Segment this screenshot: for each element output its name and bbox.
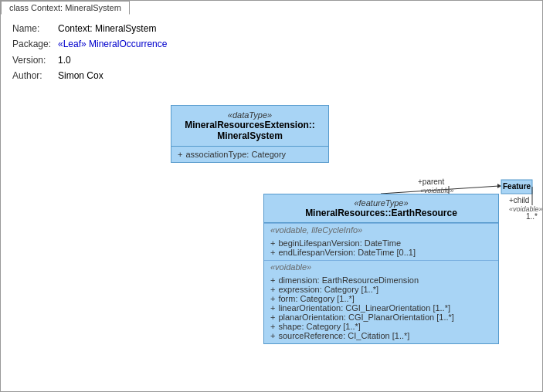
attr-expression: + expression: Category [1..*]	[270, 285, 492, 294]
info-package-row: Package: «Leaf» MineralOccurrence	[12, 36, 531, 52]
section2-label: «voidable»	[264, 260, 498, 272]
earthresource-title: MineralResources::EarthResource	[270, 208, 492, 218]
attr-linearOrientation: + linearOrientation: CGI_LinearOrientati…	[270, 303, 492, 313]
info-name-row: Name: Context: MineralSystem	[12, 21, 531, 36]
package-label: Package:	[12, 36, 55, 52]
datatype-attr1: + associationType: Category	[178, 150, 322, 159]
attr-endLifespan: + endLifespanVersion: DateTime [0..1]	[270, 248, 492, 257]
datatype-body: + associationType: Category	[171, 147, 328, 162]
version-label: Version:	[12, 52, 55, 68]
name-value: Context: MineralSystem	[58, 21, 156, 36]
info-version-row: Version: 1.0	[12, 52, 531, 68]
attr-dimension: + dimension: EarthResourceDimension	[270, 275, 492, 285]
section1-label: «voidable, lifeCycleInfo»	[264, 223, 498, 235]
package-value: «Leaf» MineralOccurrence	[58, 36, 167, 52]
tab-bar: class Context: MineralSystem	[1, 1, 130, 15]
version-value: 1.0	[58, 52, 71, 68]
author-value: Simon Cox	[58, 68, 104, 83]
attr-beginLifespan: + beginLifespanVersion: DateTime	[270, 238, 492, 248]
svg-text:+child: +child	[509, 196, 529, 204]
attr-sourceReference: + sourceReference: CI_Citation [1..*]	[270, 331, 492, 340]
info-panel: Name: Context: MineralSystem Package: «L…	[1, 15, 542, 90]
earthresource-lifecycle-attrs: + beginLifespanVersion: DateTime + endLi…	[264, 235, 498, 260]
name-label: Name:	[12, 21, 55, 36]
datatype-box: «dataType» MineralResourcesExtension:: M…	[171, 105, 329, 163]
datatype-title-line1: MineralResourcesExtension::	[178, 120, 322, 130]
tab-label: class Context: MineralSystem	[9, 3, 121, 12]
datatype-title-line2: MineralSystem	[178, 130, 322, 141]
attr-planarOrientation: + planarOrientation: CGI_PlanarOrientati…	[270, 313, 492, 322]
earthresource-box: «featureType» MineralResources::EarthRes…	[263, 194, 499, 344]
earthresource-header: «featureType» MineralResources::EarthRes…	[264, 194, 498, 223]
main-window: class Context: MineralSystem Name: Conte…	[0, 0, 543, 392]
svg-text:«voidable»: «voidable»	[509, 205, 542, 213]
svg-marker-1	[497, 184, 501, 188]
svg-text:1..*: 1..*	[526, 212, 538, 221]
tab-mineral-system[interactable]: class Context: MineralSystem	[1, 1, 130, 15]
attr-shape: + shape: Category [1..*]	[270, 322, 492, 331]
datatype-header: «dataType» MineralResourcesExtension:: M…	[171, 106, 328, 147]
earthresource-stereotype: «featureType»	[270, 198, 492, 208]
svg-text:+parent: +parent	[418, 177, 444, 186]
svg-line-0	[381, 186, 499, 194]
attr-form: + form: Category [1..*]	[270, 294, 492, 303]
author-label: Author:	[12, 68, 55, 83]
datatype-stereotype: «dataType»	[178, 110, 322, 120]
earthresource-voidable-attrs: + dimension: EarthResourceDimension + ex…	[264, 272, 498, 343]
svg-text:Feature: Feature	[503, 182, 531, 191]
info-author-row: Author: Simon Cox	[12, 68, 531, 83]
svg-rect-2	[501, 180, 532, 194]
